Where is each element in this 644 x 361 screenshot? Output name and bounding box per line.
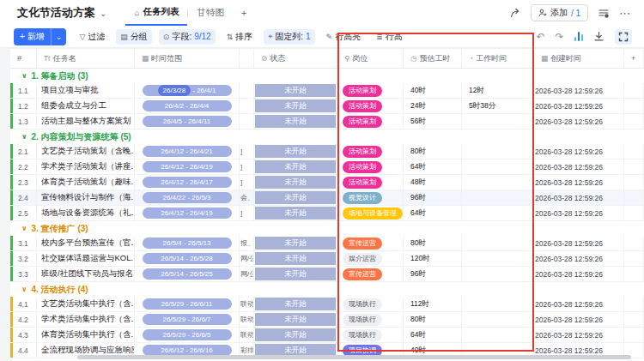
date-range-cell[interactable]: 26/3/28- 26/4/1 — [135, 83, 240, 99]
chart-icon[interactable] — [574, 32, 584, 41]
row-number-cell[interactable]: 4.4 — [10, 343, 37, 358]
add-column-cell[interactable] — [624, 312, 644, 328]
group-header-row[interactable]: ∨3. 宣传推广 (3) — [10, 221, 644, 236]
task-name-cell[interactable]: 场地与设备资源统筹（礼... — [37, 206, 135, 221]
add-collaborator-button[interactable]: 添加 / 1 — [531, 4, 588, 21]
clipped-text-cell[interactable]: 联动 — [240, 297, 254, 312]
title-caret-icon[interactable]: ⌄ — [100, 9, 106, 18]
toolbar-item-sort[interactable]: ⇅排序 — [222, 29, 258, 45]
role-cell[interactable]: 活动策划 — [337, 83, 404, 99]
estimate-hours-cell[interactable]: 80时 — [404, 236, 462, 251]
created-time-cell[interactable]: 2026-03-28 12:59:26 — [534, 190, 624, 206]
created-time-cell[interactable]: 2026-03-28 12:59:26 — [534, 99, 624, 114]
task-name-cell[interactable]: 学术类活动集中执行（含... — [37, 312, 135, 328]
toolbar-item-group[interactable]: ▤分组 — [116, 29, 152, 45]
column-header-created[interactable]: ▦创建时间 — [534, 49, 624, 68]
collapse-icon[interactable]: ∨ — [21, 133, 27, 141]
status-cell[interactable]: 未开始 — [254, 236, 337, 251]
add-column-cell[interactable] — [624, 267, 644, 282]
fullscreen-icon[interactable] — [615, 29, 632, 45]
add-column-cell[interactable] — [624, 144, 644, 159]
date-range-cell[interactable]: 26/4/12 - 26/4/21 — [135, 144, 240, 159]
work-time-cell[interactable] — [462, 206, 534, 221]
tab-task-list[interactable]: ⌂ 任务列表 — [125, 0, 187, 26]
status-cell[interactable]: 未开始 — [254, 175, 337, 190]
row-number-cell[interactable]: 2.2 — [10, 159, 37, 175]
add-column-cell[interactable] — [624, 251, 644, 267]
work-time-cell[interactable] — [462, 175, 534, 190]
status-cell[interactable]: 未开始 — [254, 190, 337, 206]
date-range-cell[interactable]: 26/5/14 - 26/5/25 — [135, 267, 240, 282]
task-name-cell[interactable]: 班级/社团线下动员与报名... — [37, 267, 135, 282]
work-time-cell[interactable] — [462, 328, 534, 343]
group-header-row[interactable]: ∨4. 活动执行 (4) — [10, 282, 644, 297]
created-time-cell[interactable]: 2026-03-28 12:59:26 — [534, 83, 624, 99]
created-time-cell[interactable]: 2026-03-28 12:59:26 — [534, 144, 624, 159]
role-cell[interactable]: 活动策划 — [337, 159, 404, 175]
status-cell[interactable]: 未开始 — [254, 114, 337, 129]
column-header-dates[interactable]: ▦时间范围 — [135, 49, 240, 68]
work-time-cell[interactable] — [462, 236, 534, 251]
task-name-cell[interactable]: 文艺类子活动策划（含晚... — [37, 144, 135, 159]
role-cell[interactable]: 现场执行 — [337, 297, 404, 312]
row-number-cell[interactable]: 3.1 — [10, 236, 37, 251]
date-range-cell[interactable]: 26/5/14 - 26/5/28 — [135, 251, 240, 267]
role-cell[interactable]: 活动策划 — [337, 114, 404, 129]
clipped-text-cell[interactable]: ] — [240, 159, 254, 175]
new-caret-icon[interactable]: ⌄ — [52, 28, 67, 45]
add-column-cell[interactable] — [624, 190, 644, 206]
more-icon[interactable]: ⋯ — [619, 7, 631, 20]
add-column-cell[interactable] — [624, 297, 644, 312]
collapse-icon[interactable]: ∨ — [21, 225, 27, 232]
task-name-cell[interactable]: 宣传物料设计与制作（海... — [37, 190, 135, 206]
status-cell[interactable]: 未开始 — [254, 312, 337, 328]
role-cell[interactable]: 宣传运营 — [337, 236, 404, 251]
role-cell[interactable]: 活动策划 — [337, 99, 404, 114]
status-cell[interactable]: 未开始 — [254, 328, 337, 343]
created-time-cell[interactable]: 2026-03-28 12:59:26 — [534, 312, 624, 328]
estimate-hours-cell[interactable]: 24时 — [404, 99, 462, 114]
task-name-cell[interactable]: 社交媒体话题运营与KOL... — [37, 251, 135, 267]
status-cell[interactable]: 未开始 — [254, 206, 337, 221]
created-time-cell[interactable]: 2026-03-28 12:59:26 — [534, 297, 624, 312]
work-time-cell[interactable] — [462, 144, 534, 159]
row-number-cell[interactable]: 3.2 — [10, 251, 37, 267]
estimate-hours-cell[interactable]: 112时 — [404, 297, 462, 312]
date-range-cell[interactable]: 26/4/5 - 26/4/11 — [135, 114, 240, 129]
row-number-cell[interactable]: 2.4 — [10, 190, 37, 206]
date-range-cell[interactable]: 26/5/29 - 26/6/11 — [135, 297, 240, 312]
clipped-text-cell[interactable]: ] — [240, 144, 254, 159]
row-number-cell[interactable]: 4.1 — [10, 297, 37, 312]
estimate-hours-cell[interactable]: 64时 — [404, 159, 462, 175]
toolbar-item-pin[interactable]: ⌖固定列:1 — [264, 29, 314, 45]
created-time-cell[interactable]: 2026-03-28 12:59:26 — [534, 206, 624, 221]
task-name-cell[interactable]: 学术类子活动策划（讲座... — [37, 159, 135, 175]
created-time-cell[interactable]: 2026-03-28 12:59:26 — [534, 114, 624, 129]
date-range-cell[interactable]: 26/5/29 - 26/6/5 — [135, 328, 240, 343]
row-number-cell[interactable]: 2.1 — [10, 144, 37, 159]
created-time-cell[interactable]: 2026-03-28 12:59:26 — [534, 251, 624, 267]
role-cell[interactable]: 现场执行 — [337, 312, 404, 328]
clipped-text-cell[interactable]: 网/公众 — [240, 251, 254, 267]
created-time-cell[interactable]: 2026-03-28 12:59:26 — [534, 175, 624, 190]
automation-icon[interactable] — [598, 7, 610, 19]
task-name-cell[interactable]: 校内多平台预热宣传（官... — [37, 236, 135, 251]
toolbar-item-row_height[interactable]: ≣行高 — [372, 29, 407, 45]
add-column-cell[interactable] — [624, 114, 644, 129]
clipped-text-cell[interactable] — [240, 114, 254, 129]
add-column-cell[interactable] — [624, 159, 644, 175]
status-cell[interactable]: 未开始 — [254, 267, 337, 282]
role-cell[interactable]: 活动策划 — [337, 175, 404, 190]
work-time-cell[interactable] — [462, 114, 534, 129]
column-header-name[interactable]: Tr任务名 — [37, 49, 135, 68]
estimate-hours-cell[interactable]: 40时 — [404, 83, 462, 99]
date-range-cell[interactable]: 26/4/2 - 26/4/4 — [135, 99, 240, 114]
new-record-button[interactable]: + 新增 ⌄ — [14, 28, 66, 45]
task-name-cell[interactable]: 体育类活动集中执行（含... — [37, 328, 135, 343]
estimate-hours-cell[interactable]: 96时 — [404, 190, 462, 206]
row-number-cell[interactable]: 2.5 — [10, 206, 37, 221]
created-time-cell[interactable]: 2026-03-28 12:59:26 — [534, 236, 624, 251]
task-name-cell[interactable]: 组委会成立与分工 — [37, 99, 135, 114]
add-column-cell[interactable] — [624, 83, 644, 99]
row-number-cell[interactable]: 2.3 — [10, 175, 37, 190]
